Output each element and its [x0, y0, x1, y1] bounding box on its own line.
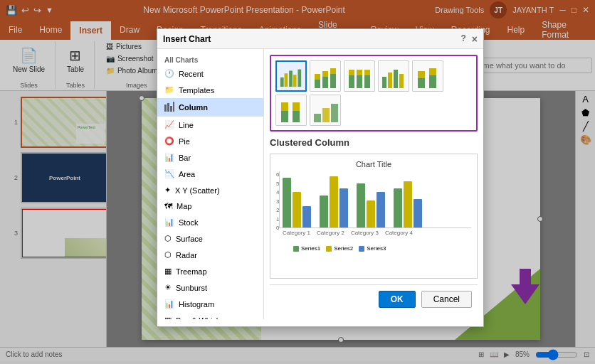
chart-type-3d-column[interactable] — [310, 95, 341, 126]
svg-rect-32 — [293, 102, 300, 111]
dialog-title: Insert Chart — [163, 34, 211, 44]
svg-rect-18 — [357, 70, 362, 75]
treemap-chart-item[interactable]: ▦ Treemap — [157, 263, 263, 279]
cat2-series2-bar — [330, 176, 338, 228]
cat1-series2-bar — [293, 192, 301, 228]
category-2-bars — [320, 176, 348, 228]
radar-chart-item[interactable]: ⬡ Radar — [157, 247, 263, 263]
cat3-series2-bar — [367, 200, 375, 228]
svg-rect-23 — [394, 70, 398, 88]
cancel-button[interactable]: Cancel — [421, 291, 472, 308]
stock-chart-item[interactable]: 📊 Stock — [157, 214, 263, 230]
svg-rect-33 — [314, 114, 321, 122]
boxwhisker-icon: ▥ — [164, 316, 172, 319]
preview-chart-bars — [279, 171, 471, 228]
svg-rect-12 — [322, 71, 328, 77]
surface-chart-item[interactable]: ⬡ Surface — [157, 230, 263, 247]
category-1-bars — [283, 178, 311, 228]
sunburst-chart-item[interactable]: ☀ Sunburst — [157, 279, 263, 296]
scatter-chart-item[interactable]: ✦ X Y (Scatter) — [157, 182, 263, 198]
legend-series1: Series1 — [293, 245, 320, 252]
svg-rect-1 — [167, 103, 169, 112]
chart-type-gallery — [270, 55, 478, 132]
chart-type-3d-clustered-column[interactable] — [378, 60, 409, 92]
svg-rect-30 — [281, 102, 288, 111]
svg-rect-24 — [399, 74, 404, 88]
chart-right-panel: Clustered Column Chart Title 6 5 4 3 2 1 — [264, 49, 483, 319]
svg-rect-9 — [315, 80, 320, 88]
svg-rect-28 — [429, 68, 436, 75]
svg-rect-34 — [322, 108, 330, 122]
chart-type-3d-stacked-column[interactable] — [412, 60, 443, 92]
category-3-bars — [357, 183, 385, 228]
svg-rect-11 — [322, 77, 328, 88]
templates-item[interactable]: 📁 Templates — [157, 82, 263, 98]
svg-rect-14 — [330, 68, 336, 74]
chart-list-panel: All Charts 🕐 Recent 📁 Templates Column � — [157, 49, 264, 319]
radar-icon: ⬡ — [164, 250, 172, 259]
area-chart-item[interactable]: 📉 Area — [157, 166, 263, 182]
chart-type-stacked-column[interactable] — [310, 60, 341, 92]
chart-preview: Chart Title 6 5 4 3 2 1 0 — [270, 154, 478, 279]
chart-type-clustered-column[interactable] — [275, 60, 307, 92]
stock-icon: 📊 — [164, 218, 174, 227]
cat3-series3-bar — [377, 192, 385, 228]
surface-icon: ⬡ — [164, 234, 172, 243]
svg-rect-3 — [173, 102, 174, 112]
pie-chart-item[interactable]: ⭕ Pie — [157, 133, 263, 149]
line-chart-item[interactable]: 📈 Line — [157, 117, 263, 133]
cat4-series3-bar — [414, 199, 422, 228]
recent-item[interactable]: 🕐 Recent — [157, 65, 263, 82]
svg-rect-29 — [281, 111, 288, 122]
cat3-series1-bar — [357, 183, 365, 228]
map-chart-item[interactable]: 🗺 Map — [157, 198, 263, 214]
area-icon: 📉 — [164, 169, 174, 178]
chart-type-3d-100stacked-column[interactable] — [275, 95, 307, 126]
chart-type-100stacked-column[interactable] — [344, 60, 375, 92]
bar-chart-item[interactable]: 📊 Bar — [157, 149, 263, 166]
sunburst-icon: ☀ — [164, 283, 172, 292]
histogram-chart-item[interactable]: 📊 Histogram — [157, 296, 263, 312]
cat4-series1-bar — [394, 188, 402, 228]
chart-name-label: Clustered Column — [270, 137, 478, 148]
svg-rect-0 — [164, 105, 167, 112]
legend-series3: Series3 — [359, 245, 386, 252]
line-icon: 📈 — [164, 120, 174, 129]
dialog-footer: OK Cancel — [270, 284, 478, 314]
dialog-overlay: Insert Chart ? × All Charts 🕐 Recent 📁 T… — [0, 0, 595, 364]
svg-rect-2 — [170, 106, 172, 112]
all-charts-header: All Charts — [157, 53, 263, 65]
cat1-series1-bar — [283, 178, 291, 228]
svg-rect-8 — [298, 70, 301, 87]
dialog-body: All Charts 🕐 Recent 📁 Templates Column � — [157, 49, 483, 319]
preview-title: Chart Title — [276, 160, 471, 168]
svg-rect-31 — [293, 111, 300, 122]
ok-button[interactable]: OK — [379, 291, 416, 308]
x-label-cat2: Category 2 — [316, 230, 344, 236]
svg-rect-5 — [285, 73, 288, 87]
svg-rect-25 — [418, 78, 425, 88]
map-icon: 🗺 — [164, 202, 172, 210]
svg-rect-22 — [388, 73, 392, 88]
svg-rect-4 — [280, 77, 284, 87]
dialog-titlebar: Insert Chart ? × — [157, 29, 483, 49]
svg-rect-27 — [429, 75, 436, 88]
boxwhisker-chart-item[interactable]: ▥ Box & Whisker — [157, 312, 263, 319]
svg-rect-19 — [364, 75, 370, 88]
dialog-help-btn[interactable]: ? — [460, 33, 465, 45]
x-axis-labels: Category 1 Category 2 Category 3 Categor… — [279, 230, 471, 236]
svg-rect-35 — [331, 104, 338, 122]
chart-legend: Series1 Series2 Series3 — [276, 245, 471, 252]
templates-icon: 📁 — [164, 85, 174, 95]
category-4-bars — [394, 181, 422, 228]
scatter-icon: ✦ — [164, 186, 171, 195]
svg-rect-13 — [330, 74, 336, 88]
svg-rect-20 — [364, 70, 370, 75]
svg-rect-15 — [349, 75, 354, 88]
dialog-close-btn[interactable]: × — [472, 33, 478, 45]
svg-rect-16 — [349, 70, 354, 75]
cat4-series2-bar — [404, 181, 412, 228]
column-chart-item[interactable]: Column — [157, 98, 263, 117]
recent-icon: 🕐 — [164, 69, 174, 78]
column-icon — [164, 102, 174, 113]
